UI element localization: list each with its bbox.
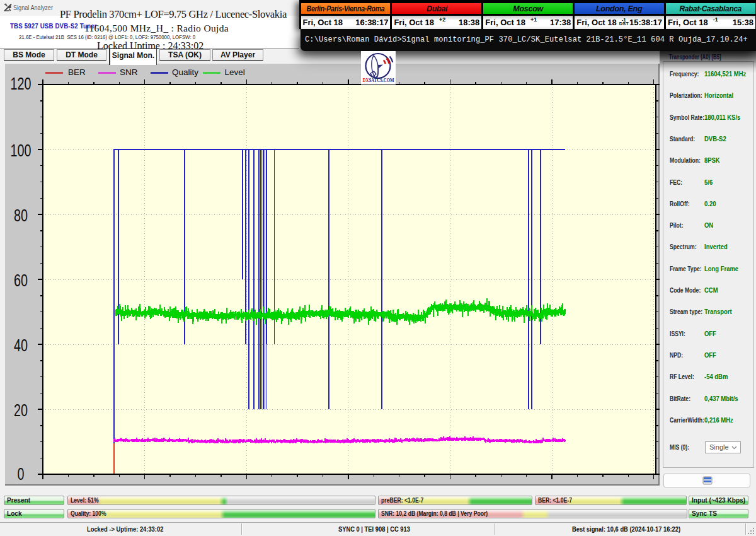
svg-text:DXSATCS.COM: DXSATCS.COM xyxy=(363,77,394,83)
